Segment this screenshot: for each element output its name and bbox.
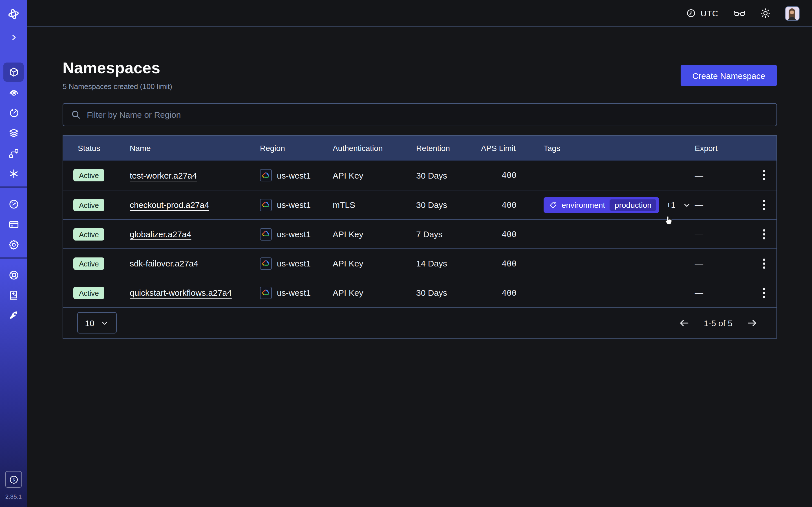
column-header-export[interactable]: Export: [695, 144, 751, 153]
row-menu-button[interactable]: [759, 256, 768, 271]
timezone-label: UTC: [701, 8, 718, 18]
clock-icon: [686, 8, 697, 18]
page-title: Namespaces: [63, 59, 172, 77]
page-size-select[interactable]: 10: [77, 312, 117, 334]
timezone-selector[interactable]: UTC: [686, 8, 718, 18]
gear-icon: [8, 238, 19, 250]
region-label: us-west1: [277, 259, 311, 268]
namespace-link[interactable]: checkout-prod.a27a4: [130, 200, 209, 210]
main-content: Namespaces 5 Namespaces created (100 lim…: [27, 27, 812, 507]
next-page-button[interactable]: [746, 317, 758, 329]
region-label: us-west1: [277, 170, 311, 180]
sidebar-item-nexus[interactable]: [0, 163, 27, 184]
google-cloud-icon: [262, 171, 270, 179]
theme-toggle-button[interactable]: [760, 7, 771, 19]
status-badge: Active: [73, 286, 105, 299]
status-badge: Active: [73, 257, 105, 270]
table-header-row: Status Name Region Authentication Retent…: [63, 136, 776, 161]
sidebar-item-layers[interactable]: [0, 123, 27, 143]
search-icon: [70, 109, 81, 120]
region-label: us-west1: [277, 229, 311, 239]
temporal-logo-icon[interactable]: [0, 6, 27, 22]
row-menu-button[interactable]: [759, 227, 768, 241]
page-size-value: 10: [85, 318, 94, 328]
namespace-link[interactable]: test-worker.a27a4: [130, 170, 197, 180]
export-value: —: [695, 200, 703, 210]
sidebar-item-settings[interactable]: [0, 234, 27, 255]
row-menu-button[interactable]: [759, 198, 768, 212]
table-row[interactable]: Active sdk-failover.a27a4 us-west1 API K…: [63, 248, 776, 278]
version-label: 2.35.1: [5, 493, 22, 500]
sidebar: $ 2.35.1: [0, 0, 27, 507]
asterisk-icon: [8, 168, 19, 179]
sidebar-item-branch[interactable]: [0, 143, 27, 163]
export-value: —: [695, 170, 703, 180]
aps-limit-cell: 400: [481, 288, 544, 297]
namespaces-table: Status Name Region Authentication Retent…: [63, 135, 777, 339]
sidebar-item-namespaces[interactable]: [0, 62, 27, 82]
tag-icon: [549, 201, 557, 209]
sidebar-item-timer[interactable]: [0, 103, 27, 123]
table-footer: 10 1-5 of 5: [63, 307, 776, 338]
retention-cell: 7 Days: [416, 229, 481, 239]
user-avatar[interactable]: [785, 6, 800, 20]
spiral-icon: [8, 87, 19, 98]
column-header-region[interactable]: Region: [260, 144, 333, 153]
pricing-button[interactable]: $: [5, 471, 22, 488]
gcp-region-icon: [260, 228, 272, 240]
create-namespace-button[interactable]: Create Namespace: [680, 65, 777, 86]
sidebar-divider: [0, 186, 27, 187]
aps-limit-cell: 400: [481, 259, 544, 268]
export-value: —: [695, 288, 703, 297]
row-menu-button[interactable]: [759, 285, 768, 300]
gcp-region-icon: [260, 257, 272, 270]
namespace-link[interactable]: quickstart-workflows.a27a4: [130, 288, 232, 297]
svg-text:$: $: [12, 477, 15, 482]
filter-search-box[interactable]: [63, 103, 777, 126]
authentication-cell: mTLS: [333, 200, 416, 210]
sidebar-item-spiral[interactable]: [0, 82, 27, 103]
status-badge: Active: [73, 169, 105, 181]
namespace-link[interactable]: globalizer.a27a4: [130, 229, 192, 239]
active-item-highlight: [3, 62, 24, 82]
table-row[interactable]: Active checkout-prod.a27a4 us-west1 mTLS…: [63, 190, 776, 219]
table-row[interactable]: Active test-worker.a27a4 us-west1 API Ke…: [63, 161, 776, 190]
row-menu-button[interactable]: [759, 168, 768, 182]
column-header-aps-limit[interactable]: APS Limit: [481, 144, 544, 153]
column-header-name[interactable]: Name: [130, 144, 260, 153]
tags-more-count[interactable]: +1: [666, 200, 675, 209]
column-header-tags[interactable]: Tags: [544, 144, 695, 153]
authentication-cell: API Key: [333, 259, 416, 268]
google-cloud-icon: [262, 230, 270, 238]
sidebar-item-docs[interactable]: [0, 285, 27, 305]
column-header-retention[interactable]: Retention: [416, 144, 481, 153]
namespace-link[interactable]: sdk-failover.a27a4: [130, 259, 199, 268]
tags-expand-chevron-icon[interactable]: [682, 200, 691, 209]
feedback-glasses-button[interactable]: [733, 7, 746, 20]
sidebar-item-support[interactable]: [0, 265, 27, 285]
gcp-region-icon: [260, 199, 272, 211]
dollar-seal-icon: $: [8, 474, 19, 485]
table-row[interactable]: Active quickstart-workflows.a27a4 us-wes…: [63, 278, 776, 307]
sidebar-expand-chevron-icon[interactable]: [0, 31, 27, 44]
sidebar-item-billing[interactable]: [0, 214, 27, 234]
export-value: —: [695, 259, 703, 268]
retention-cell: 30 Days: [416, 170, 481, 180]
region-label: us-west1: [277, 288, 311, 297]
authentication-cell: API Key: [333, 170, 416, 180]
tag-badge[interactable]: environment production: [544, 197, 659, 213]
filter-input[interactable]: [87, 110, 769, 119]
retention-cell: 30 Days: [416, 200, 481, 210]
authentication-cell: API Key: [333, 229, 416, 239]
arrow-left-icon: [678, 317, 690, 329]
sidebar-item-getting-started[interactable]: [0, 305, 27, 326]
previous-page-button[interactable]: [678, 317, 690, 329]
sidebar-divider: [0, 258, 27, 259]
layers-icon: [8, 127, 19, 139]
column-header-status[interactable]: Status: [63, 144, 130, 153]
column-header-authentication[interactable]: Authentication: [333, 144, 416, 153]
region-label: us-west1: [277, 200, 311, 210]
authentication-cell: API Key: [333, 288, 416, 297]
table-row[interactable]: Active globalizer.a27a4 us-west1 API Key…: [63, 219, 776, 248]
sidebar-item-usage[interactable]: [0, 194, 27, 214]
